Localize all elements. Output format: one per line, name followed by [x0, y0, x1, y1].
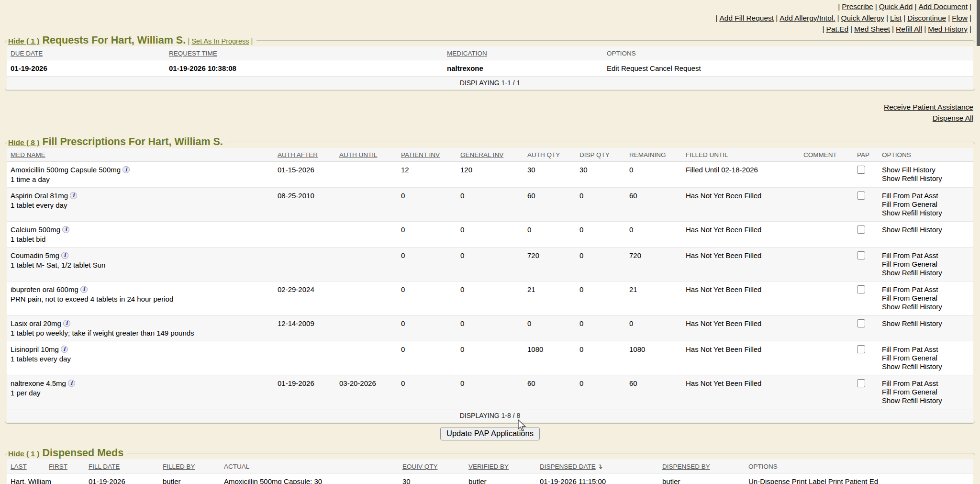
pap-checkbox[interactable]	[857, 251, 865, 259]
dispense-all-link[interactable]: Dispense All	[933, 113, 973, 124]
fill-row-lisinopril-10mg: Lisinopril 10mgi1 tablets every day00108…	[7, 341, 973, 375]
options-cell: Fill From Pat AsstFill From GeneralShow …	[878, 281, 973, 315]
dispensed-verified-by: butler	[465, 473, 536, 484]
dispensed-meds-section: Hide ( 1 )Dispensed Meds LASTFIRSTFILL D…	[5, 447, 975, 484]
show-refill-history-link[interactable]: Show Refill History	[882, 396, 969, 405]
column-header-first[interactable]: FIRST	[45, 459, 85, 473]
med-history-link[interactable]: Med History	[928, 25, 968, 33]
column-header-filled-by[interactable]: FILLED BY	[159, 459, 220, 473]
fill-col-label[interactable]: AUTH AFTER	[278, 151, 318, 158]
add-fill-request-link[interactable]: Add Fill Request	[719, 14, 774, 22]
pap-checkbox[interactable]	[857, 379, 865, 387]
show-fill-history-link[interactable]: Show Fill History	[882, 166, 969, 174]
info-icon[interactable]: i	[80, 286, 88, 293]
show-refill-history-link[interactable]: Show Refill History	[882, 362, 969, 371]
pat-ed-link[interactable]: Pat.Ed	[826, 25, 849, 33]
fill-from-pat-asst-link[interactable]: Fill From Pat Asst	[882, 345, 969, 354]
column-header-dispensed-by[interactable]: DISPENSED BY	[658, 459, 745, 473]
dispensed-col-label[interactable]: EQUIV QTY	[402, 463, 438, 470]
receive-patient-assistance-link[interactable]: Receive Patient Assistance	[884, 101, 973, 113]
prescribe-link[interactable]: Prescribe	[842, 2, 873, 11]
add-allergy-intol-link[interactable]: Add Allergy/Intol.	[780, 14, 835, 22]
show-refill-history-link[interactable]: Show Refill History	[882, 303, 969, 311]
fill-row-naltrexone-4-5mg: naltrexone 4.5mgi1 per day01-19-202603-2…	[7, 375, 973, 409]
med-sheet-link[interactable]: Med Sheet	[854, 25, 890, 33]
column-header-equiv-qty[interactable]: EQUIV QTY	[399, 459, 465, 473]
requests-hide-link[interactable]: Hide ( 1 )	[8, 37, 39, 45]
dispensed-col-label[interactable]: VERIFIED BY	[468, 463, 509, 470]
fill-hide-link[interactable]: Hide ( 8 )	[8, 138, 39, 146]
fill-from-general-link[interactable]: Fill From General	[882, 388, 969, 396]
pap-checkbox[interactable]	[857, 225, 865, 234]
fill-col-label[interactable]: GENERAL INV	[460, 151, 503, 158]
column-header-request-time[interactable]: REQUEST TIME	[165, 46, 443, 60]
info-icon[interactable]: i	[68, 380, 75, 387]
dispensed-col-label[interactable]: FILLED BY	[163, 463, 195, 470]
fill-from-general-link[interactable]: Fill From General	[882, 200, 969, 209]
quick-allergy-link[interactable]: Quick Allergy	[841, 14, 884, 22]
dispensed-col-label[interactable]: LAST	[11, 463, 27, 470]
column-header-fill-date[interactable]: FILL DATE	[85, 459, 159, 473]
column-header-patient-inv[interactable]: PATIENT INV	[397, 148, 457, 162]
info-icon[interactable]: i	[61, 252, 68, 259]
dispensed-hide-link[interactable]: Hide ( 1 )	[8, 450, 39, 458]
pap-checkbox[interactable]	[857, 166, 865, 174]
fill-from-pat-asst-link[interactable]: Fill From Pat Asst	[882, 251, 969, 260]
separator: |	[873, 2, 879, 11]
add-document-link[interactable]: Add Document	[918, 2, 968, 11]
info-icon[interactable]: i	[63, 320, 70, 327]
info-icon[interactable]: i	[70, 192, 77, 199]
info-icon[interactable]: i	[62, 226, 69, 233]
pap-checkbox[interactable]	[857, 285, 865, 293]
remaining-cell: 1080	[625, 341, 682, 375]
show-refill-history-link[interactable]: Show Refill History	[882, 319, 969, 328]
pap-cell	[853, 341, 878, 375]
requests-col-label[interactable]: MEDICATION	[447, 50, 487, 57]
requests-col-label[interactable]: REQUEST TIME	[169, 50, 217, 57]
discontinue-link[interactable]: Discontinue	[907, 14, 946, 22]
show-refill-history-link[interactable]: Show Refill History	[882, 225, 969, 234]
show-refill-history-link[interactable]: Show Refill History	[882, 209, 969, 217]
auth-after-cell: 01-15-2026	[274, 162, 335, 188]
comment-cell	[800, 222, 853, 248]
column-header-auth-after[interactable]: AUTH AFTER	[274, 148, 335, 162]
column-header-med-name[interactable]: MED NAME	[7, 148, 274, 162]
refill-all-link[interactable]: Refill All	[896, 25, 922, 33]
fill-from-pat-asst-link[interactable]: Fill From Pat Asst	[882, 285, 969, 294]
column-header-last[interactable]: LAST	[7, 459, 45, 473]
dispensed-col-label[interactable]: FILL DATE	[89, 463, 120, 470]
fill-col-label[interactable]: MED NAME	[11, 151, 45, 158]
flow-link[interactable]: Flow	[952, 14, 968, 22]
set-as-in-progress-link[interactable]: Set As In Progress	[191, 37, 249, 45]
pap-checkbox[interactable]	[857, 191, 865, 200]
med-name-cell: Lisinopril 10mgi1 tablets every day	[7, 341, 274, 375]
fill-col-label[interactable]: PATIENT INV	[401, 151, 440, 158]
show-refill-history-link[interactable]: Show Refill History	[882, 174, 969, 183]
fill-col-label[interactable]: AUTH UNTIL	[339, 151, 378, 158]
requests-col-label[interactable]: DUE DATE	[11, 50, 43, 57]
column-header-dispensed-date[interactable]: DISPENSED DATE↴	[536, 459, 658, 473]
fill-from-pat-asst-link[interactable]: Fill From Pat Asst	[882, 191, 969, 200]
list-link[interactable]: List	[890, 14, 902, 22]
fill-from-general-link[interactable]: Fill From General	[882, 294, 969, 303]
info-icon[interactable]: i	[61, 346, 68, 353]
fill-from-general-link[interactable]: Fill From General	[882, 260, 969, 269]
fill-from-general-link[interactable]: Fill From General	[882, 354, 969, 362]
pap-checkbox[interactable]	[857, 345, 865, 353]
show-refill-history-link[interactable]: Show Refill History	[882, 269, 969, 277]
dispensed-col-label[interactable]: DISPENSED DATE	[540, 463, 596, 470]
column-header-verified-by[interactable]: VERIFIED BY	[465, 459, 536, 473]
dispensed-col-label[interactable]: FIRST	[49, 463, 67, 470]
column-header-general-inv[interactable]: GENERAL INV	[457, 148, 523, 162]
pap-checkbox[interactable]	[857, 319, 865, 327]
column-header-due-date[interactable]: DUE DATE	[7, 46, 165, 60]
column-header-auth-until[interactable]: AUTH UNTIL	[335, 148, 397, 162]
scrollbar-thumb[interactable]	[977, 0, 980, 46]
info-icon[interactable]: i	[122, 166, 130, 173]
fill-from-pat-asst-link[interactable]: Fill From Pat Asst	[882, 379, 969, 388]
dispensed-options[interactable]: Un-Dispense Print Label Print Patient Ed	[745, 473, 973, 484]
dispensed-col-label[interactable]: DISPENSED BY	[662, 463, 710, 470]
quick-add-link[interactable]: Quick Add	[879, 2, 913, 11]
column-header-medication[interactable]: MEDICATION	[443, 46, 603, 60]
request-options[interactable]: Edit Request Cancel Request	[603, 60, 973, 77]
